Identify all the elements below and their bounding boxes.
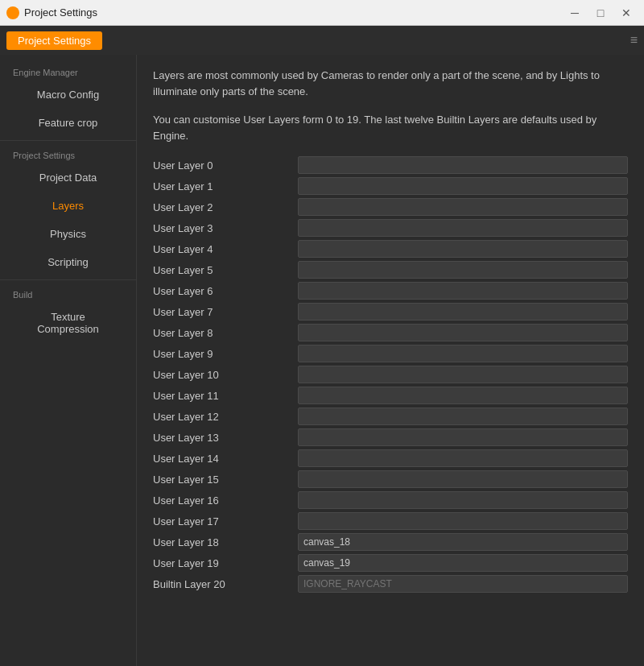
sidebar-item-macro-config[interactable]: Macro Config [0, 81, 136, 109]
layer-input[interactable] [298, 470, 628, 488]
active-tab[interactable]: Project Settings [6, 31, 102, 50]
section-label-project-settings: Project Settings [0, 144, 136, 163]
layer-input[interactable] [298, 428, 628, 446]
layers-container: User Layer 0User Layer 1User Layer 2User… [153, 156, 628, 593]
layer-input[interactable] [298, 533, 628, 551]
layer-input[interactable] [298, 387, 628, 404]
layer-label: User Layer 7 [153, 306, 298, 318]
layer-input[interactable] [298, 177, 628, 195]
sidebar-item-feature-crop[interactable]: Feature crop [0, 109, 136, 137]
layer-label: User Layer 1 [153, 180, 298, 192]
minimize-button[interactable]: ─ [564, 3, 586, 23]
layer-row: User Layer 7 [153, 303, 628, 321]
layer-input[interactable] [298, 366, 628, 383]
layer-row: User Layer 6 [153, 282, 628, 300]
sidebar-item-texture-compression[interactable]: Texture Compression [0, 303, 136, 343]
layer-row: User Layer 19 [153, 554, 628, 572]
title-bar-left: Project Settings [6, 6, 97, 19]
maximize-button[interactable]: □ [589, 3, 612, 23]
layer-row: User Layer 14 [153, 449, 628, 467]
layer-row: User Layer 17 [153, 512, 628, 530]
layer-input[interactable] [298, 261, 628, 279]
layer-row: Builtin Layer 20 [153, 575, 628, 593]
title-bar: Project Settings ─ □ ✕ [0, 0, 644, 26]
section-label-engine-manager: Engine Manager [0, 61, 136, 81]
layer-row: User Layer 5 [153, 261, 628, 279]
layer-row: User Layer 2 [153, 198, 628, 216]
sidebar-item-scripting[interactable]: Scripting [0, 248, 136, 276]
layer-input[interactable] [298, 575, 628, 593]
layer-label: User Layer 12 [153, 411, 298, 423]
sidebar-divider-2 [0, 279, 136, 280]
layer-input[interactable] [298, 282, 628, 300]
layer-row: User Layer 16 [153, 491, 628, 509]
content-area: Layers are most commonly used by Cameras… [137, 55, 644, 666]
layer-row: User Layer 1 [153, 177, 628, 195]
app-icon [6, 6, 19, 19]
section-label-build: Build [0, 283, 136, 303]
description-2: You can customise User Layers form 0 to … [153, 112, 628, 143]
layer-label: User Layer 15 [153, 474, 298, 486]
layer-label: User Layer 17 [153, 515, 298, 527]
layer-row: User Layer 4 [153, 240, 628, 258]
layer-input[interactable] [298, 156, 628, 174]
tab-menu-icon[interactable]: ≡ [630, 33, 638, 48]
layer-input[interactable] [298, 303, 628, 321]
layer-label: User Layer 19 [153, 557, 298, 569]
layer-label: User Layer 13 [153, 432, 298, 444]
sidebar-item-physics[interactable]: Physics [0, 220, 136, 248]
layer-input[interactable] [298, 407, 628, 425]
layer-input[interactable] [298, 449, 628, 467]
layer-row: User Layer 8 [153, 324, 628, 341]
layer-input[interactable] [298, 324, 628, 341]
window-controls: ─ □ ✕ [564, 3, 638, 23]
layer-label: User Layer 5 [153, 264, 298, 276]
layer-label: User Layer 6 [153, 285, 298, 297]
sidebar: Engine Manager Macro Config Feature crop… [0, 55, 137, 666]
layer-input[interactable] [298, 345, 628, 362]
layer-row: User Layer 9 [153, 345, 628, 362]
layer-row: User Layer 18 [153, 533, 628, 551]
layer-label: Builtin Layer 20 [153, 578, 298, 590]
layer-row: User Layer 13 [153, 428, 628, 446]
layer-row: User Layer 10 [153, 366, 628, 383]
layer-input[interactable] [298, 554, 628, 572]
layer-row: User Layer 11 [153, 387, 628, 404]
layer-row: User Layer 12 [153, 407, 628, 425]
window-title: Project Settings [24, 6, 97, 19]
layer-input[interactable] [298, 491, 628, 509]
sidebar-item-layers[interactable]: Layers [0, 192, 136, 220]
layer-input[interactable] [298, 240, 628, 258]
layer-label: User Layer 8 [153, 327, 298, 339]
layer-label: User Layer 4 [153, 243, 298, 255]
layer-label: User Layer 2 [153, 201, 298, 213]
description-1: Layers are most commonly used by Cameras… [153, 68, 628, 99]
layer-label: User Layer 10 [153, 369, 298, 381]
layer-label: User Layer 9 [153, 348, 298, 360]
layer-input[interactable] [298, 512, 628, 530]
layer-row: User Layer 3 [153, 219, 628, 237]
layer-input[interactable] [298, 198, 628, 216]
layer-label: User Layer 3 [153, 222, 298, 234]
layer-input[interactable] [298, 219, 628, 237]
sidebar-divider-1 [0, 140, 136, 141]
sidebar-item-project-data[interactable]: Project Data [0, 163, 136, 192]
main-layout: Engine Manager Macro Config Feature crop… [0, 55, 644, 666]
layer-label: User Layer 0 [153, 159, 298, 172]
layer-label: User Layer 14 [153, 453, 298, 465]
layer-row: User Layer 15 [153, 470, 628, 488]
layer-label: User Layer 18 [153, 536, 298, 548]
layer-label: User Layer 16 [153, 494, 298, 507]
tab-bar: Project Settings ≡ [0, 26, 644, 55]
layer-row: User Layer 0 [153, 156, 628, 174]
layer-label: User Layer 11 [153, 390, 298, 402]
close-button[interactable]: ✕ [615, 3, 638, 23]
